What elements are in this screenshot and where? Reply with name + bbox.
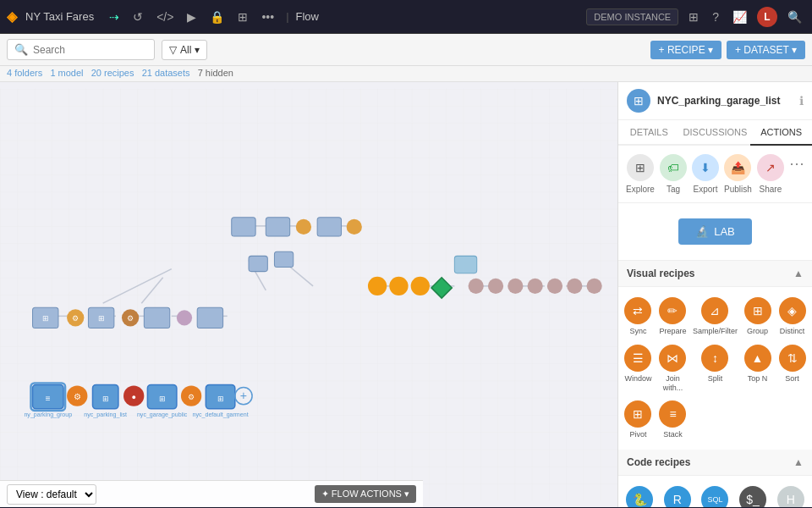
apps-grid-icon[interactable]: ⊞: [685, 7, 702, 27]
code-recipes-grid: 🐍 Python R R SQL SQL $_ Shell H Hive I I…: [618, 476, 812, 507]
join-icon: ⋈: [659, 345, 686, 372]
run-icon[interactable]: ▶: [182, 7, 201, 27]
export-icon: ⬇: [692, 154, 719, 181]
info-icon[interactable]: ℹ: [799, 94, 804, 108]
stack-icon: ≡: [659, 400, 686, 428]
prepare-label: Prepare: [659, 327, 686, 336]
top-nav: ◈ NY Taxi Fares ⇢ ↺ </> ▶ 🔒 ⊞ ••• | Flow…: [0, 0, 812, 34]
recipe-python[interactable]: 🐍 Python: [622, 483, 658, 507]
recipe-group[interactable]: ⊞ Group: [741, 294, 774, 340]
breadcrumb: 4 folders 1 model 20 recipes 21 datasets…: [0, 66, 812, 82]
share-icon: ↗: [757, 154, 784, 181]
right-panel: ⊞ NYC_parking_garage_list ℹ DETAILS DISC…: [617, 82, 812, 507]
recipe-r[interactable]: R R: [660, 483, 696, 507]
visual-collapse-icon[interactable]: ▲: [793, 268, 804, 279]
grid-icon[interactable]: ⊞: [233, 7, 253, 27]
flow-canvas[interactable]: ≡ ny_parking_group ⚙ ⊞ nyc_parking_list …: [0, 82, 617, 507]
recipe-topn[interactable]: ▲ Top N: [741, 341, 774, 396]
svg-rect-1: [0, 89, 617, 501]
explore-icon: ⊞: [627, 154, 654, 181]
more-actions-icon[interactable]: ⋯: [789, 154, 804, 194]
svg-point-54: [347, 219, 362, 235]
svg-text:●: ●: [131, 393, 136, 401]
flow-label: Flow: [296, 10, 319, 23]
code-recipes-label: Code recipes: [627, 456, 690, 468]
tab-discussions[interactable]: DISCUSSIONS: [680, 120, 751, 144]
recipe-sync[interactable]: ⇄ Sync: [622, 294, 655, 340]
recipe-hive[interactable]: H Hive: [772, 483, 809, 507]
python-icon: 🐍: [626, 486, 653, 507]
recipe-prepare[interactable]: ✏ Prepare: [656, 294, 689, 340]
code-collapse-icon[interactable]: ▲: [793, 456, 804, 468]
publish-label: Publish: [724, 185, 752, 194]
filter-label: All: [180, 44, 191, 56]
filter-button[interactable]: ▽ All ▾: [162, 40, 207, 60]
svg-rect-68: [274, 251, 293, 267]
top-nav-right: DEMO INSTANCE ⊞ ? 📈 L 🔍: [586, 7, 805, 27]
help-icon[interactable]: ?: [709, 7, 722, 27]
topn-icon: ▲: [744, 345, 771, 372]
recipe-shell[interactable]: $_ Shell: [735, 483, 771, 507]
analytics-icon[interactable]: 📈: [729, 7, 750, 27]
recipe-stack[interactable]: ≡ Stack: [656, 397, 689, 443]
tab-details[interactable]: DETAILS: [618, 120, 680, 144]
search-input[interactable]: [33, 44, 134, 56]
export-action[interactable]: ⬇ Export: [692, 154, 719, 194]
recipe-sample-filter[interactable]: ⊿ Sample/Filter: [691, 294, 739, 340]
recipe-sql[interactable]: SQL SQL: [697, 483, 733, 507]
add-recipe-button[interactable]: + RECIPE ▾: [650, 41, 721, 59]
explore-action[interactable]: ⊞ Explore: [626, 154, 655, 194]
tag-action[interactable]: 🏷 Tag: [660, 154, 687, 194]
svg-point-55: [368, 277, 387, 295]
svg-point-62: [528, 279, 543, 294]
flow-actions-button[interactable]: ✦ FLOW ACTIONS ▾: [315, 485, 416, 503]
svg-text:nyc_garage_public: nyc_garage_public: [137, 411, 188, 418]
svg-text:⊞: ⊞: [102, 395, 109, 403]
lab-button[interactable]: 🔬 LAB: [678, 218, 752, 245]
group-icon: ⊞: [744, 297, 771, 324]
recipe-window[interactable]: ☰ Window: [622, 341, 655, 396]
svg-text:nyc_default_garment: nyc_default_garment: [193, 411, 249, 418]
tab-actions[interactable]: ACTIONS: [750, 120, 812, 146]
svg-point-64: [567, 279, 582, 294]
search-box[interactable]: 🔍: [7, 39, 155, 60]
sql-icon: SQL: [701, 486, 728, 507]
r-icon: R: [664, 486, 691, 507]
view-select[interactable]: View : default: [7, 484, 96, 505]
sample-filter-icon: ⊿: [701, 297, 728, 324]
search-nav-icon[interactable]: 🔍: [784, 7, 805, 27]
toolbar: 🔍 ▽ All ▾ + RECIPE ▾ + DATASET ▾: [0, 34, 812, 66]
sort-icon: ⇅: [779, 345, 806, 372]
app-logo: ◈: [7, 8, 17, 25]
recipe-distinct[interactable]: ◈ Distinct: [776, 294, 809, 340]
svg-text:ny_parking_group: ny_parking_group: [24, 411, 72, 418]
code-icon[interactable]: </>: [151, 7, 178, 27]
svg-text:⚙: ⚙: [127, 314, 134, 323]
toolbar-right: + RECIPE ▾ + DATASET ▾: [650, 41, 805, 59]
recipe-join[interactable]: ⋈ Join with...: [656, 341, 689, 396]
recipe-split[interactable]: ↕ Split: [691, 341, 739, 396]
window-label: Window: [624, 374, 651, 384]
recipe-sort[interactable]: ⇅ Sort: [776, 341, 809, 396]
model-link[interactable]: 1 model: [50, 68, 83, 78]
svg-rect-66: [454, 256, 476, 273]
folders-link[interactable]: 4 folders: [7, 68, 42, 78]
visual-recipes-header: Visual recipes ▲: [618, 261, 812, 287]
refresh-icon[interactable]: ↺: [128, 7, 148, 27]
svg-point-63: [547, 279, 562, 294]
user-avatar[interactable]: L: [757, 7, 777, 27]
svg-text:⚙: ⚙: [72, 314, 79, 323]
svg-rect-47: [144, 307, 169, 328]
svg-text:⊞: ⊞: [217, 395, 224, 403]
datasets-link[interactable]: 21 datasets: [142, 68, 190, 78]
lab-label: LAB: [714, 225, 735, 238]
lock-icon[interactable]: 🔒: [205, 7, 229, 27]
recipes-link[interactable]: 20 recipes: [91, 68, 134, 78]
recipe-pivot[interactable]: ⊞ Pivot: [622, 397, 655, 443]
publish-action[interactable]: 📤 Publish: [724, 154, 752, 194]
add-dataset-button[interactable]: + DATASET ▾: [727, 41, 805, 59]
more-icon[interactable]: •••: [256, 7, 279, 27]
flow-icon[interactable]: ⇢: [104, 7, 124, 27]
share-action[interactable]: ↗ Share: [757, 154, 784, 194]
svg-point-61: [508, 279, 523, 294]
